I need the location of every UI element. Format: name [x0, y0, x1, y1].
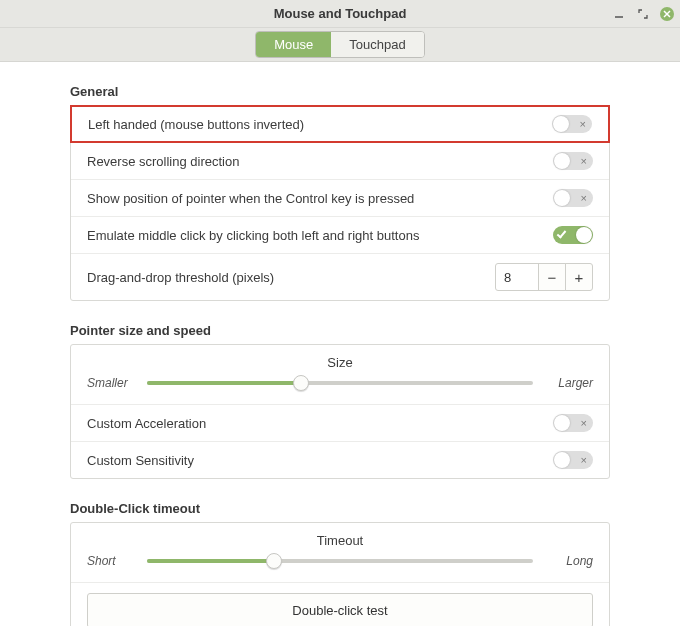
btn-dnd-increment[interactable]: +	[565, 263, 593, 291]
row-custom-accel: Custom Acceleration ×	[71, 405, 609, 442]
label-timeout-short: Short	[87, 554, 137, 568]
panel-general: Left handed (mouse buttons inverted) × R…	[70, 105, 610, 301]
spin-dnd-threshold: − +	[495, 263, 593, 291]
caption-doubleclick-timeout: Timeout	[87, 533, 593, 548]
minimize-button[interactable]	[612, 7, 626, 21]
label-emulate-middle: Emulate middle click by clicking both le…	[87, 228, 419, 243]
tab-segment: Mouse Touchpad	[255, 31, 424, 58]
label-custom-sens: Custom Sensitivity	[87, 453, 194, 468]
panel-pointer: Size Smaller Larger Custom Acceleration …	[70, 344, 610, 479]
label-left-handed: Left handed (mouse buttons inverted)	[88, 117, 304, 132]
slider-pointer-size[interactable]	[147, 381, 533, 385]
row-custom-sens: Custom Sensitivity ×	[71, 442, 609, 478]
label-reverse-scroll: Reverse scrolling direction	[87, 154, 239, 169]
label-custom-accel: Custom Acceleration	[87, 416, 206, 431]
label-show-pointer-ctrl: Show position of pointer when the Contro…	[87, 191, 414, 206]
input-dnd-threshold[interactable]	[495, 263, 539, 291]
panel-doubleclick: Timeout Short Long Double-click test	[70, 522, 610, 626]
tab-touchpad[interactable]: Touchpad	[331, 32, 423, 57]
label-timeout-long: Long	[543, 554, 593, 568]
toggle-emulate-middle[interactable]	[553, 226, 593, 244]
label-dnd-threshold: Drag-and-drop threshold (pixels)	[87, 270, 274, 285]
toggle-reverse-scroll[interactable]: ×	[553, 152, 593, 170]
section-title-general: General	[70, 84, 610, 99]
slider-doubleclick-timeout[interactable]	[147, 559, 533, 563]
row-show-pointer-ctrl: Show position of pointer when the Contro…	[71, 180, 609, 217]
row-left-handed: Left handed (mouse buttons inverted) ×	[70, 105, 610, 143]
toggle-custom-accel[interactable]: ×	[553, 414, 593, 432]
window-title: Mouse and Touchpad	[274, 6, 407, 21]
button-doubleclick-test[interactable]: Double-click test	[87, 593, 593, 626]
label-size-larger: Larger	[543, 376, 593, 390]
row-pointer-size: Size Smaller Larger	[71, 345, 609, 405]
row-doubleclick-timeout: Timeout Short Long	[71, 523, 609, 583]
row-emulate-middle: Emulate middle click by clicking both le…	[71, 217, 609, 254]
tab-mouse[interactable]: Mouse	[256, 32, 331, 57]
tab-strip: Mouse Touchpad	[0, 28, 680, 62]
row-dnd-threshold: Drag-and-drop threshold (pixels) − +	[71, 254, 609, 300]
maximize-button[interactable]	[636, 7, 650, 21]
label-size-smaller: Smaller	[87, 376, 137, 390]
caption-pointer-size: Size	[87, 355, 593, 370]
window-controls	[612, 0, 674, 28]
titlebar: Mouse and Touchpad	[0, 0, 680, 28]
content-area: General Left handed (mouse buttons inver…	[0, 62, 680, 626]
section-title-pointer: Pointer size and speed	[70, 323, 610, 338]
close-button[interactable]	[660, 7, 674, 21]
section-title-doubleclick: Double-Click timeout	[70, 501, 610, 516]
toggle-show-pointer-ctrl[interactable]: ×	[553, 189, 593, 207]
toggle-left-handed[interactable]: ×	[552, 115, 592, 133]
toggle-custom-sens[interactable]: ×	[553, 451, 593, 469]
btn-dnd-decrement[interactable]: −	[538, 263, 566, 291]
row-reverse-scroll: Reverse scrolling direction ×	[71, 143, 609, 180]
